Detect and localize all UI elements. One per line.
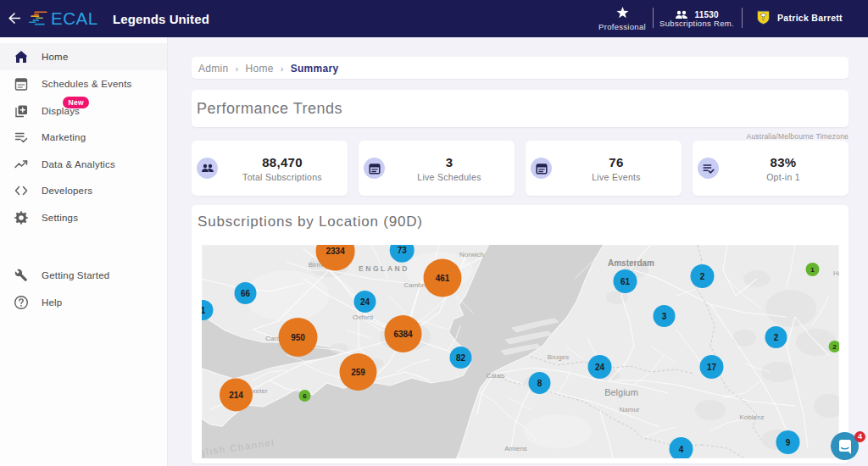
svg-text:3: 3 (661, 312, 666, 321)
svg-text:950: 950 (291, 333, 305, 342)
svg-text:73: 73 (397, 246, 407, 255)
svg-text:Namur: Namur (619, 406, 639, 413)
svg-text:1: 1 (810, 266, 815, 274)
svg-text:4: 4 (678, 445, 683, 454)
svg-text:Bruges: Bruges (547, 353, 568, 361)
svg-text:2: 2 (699, 272, 704, 281)
svg-text:66: 66 (240, 289, 250, 298)
svg-text:24: 24 (594, 363, 604, 372)
svg-text:Hannover: Hannover (833, 269, 839, 277)
svg-text:2: 2 (832, 343, 837, 351)
svg-text:6384: 6384 (393, 330, 413, 339)
svg-text:Belgium: Belgium (604, 387, 638, 397)
svg-text:461: 461 (435, 274, 449, 283)
svg-text:Norwich: Norwich (459, 251, 484, 258)
svg-text:1: 1 (202, 306, 206, 315)
svg-text:2334: 2334 (326, 247, 345, 256)
svg-text:61: 61 (620, 277, 630, 286)
svg-text:9: 9 (785, 438, 790, 447)
svg-text:Amsterdam: Amsterdam (607, 258, 654, 268)
svg-text:24: 24 (359, 297, 370, 307)
svg-text:Calais: Calais (486, 372, 504, 380)
svg-text:Koblenz: Koblenz (739, 413, 764, 421)
svg-text:ENGLAND: ENGLAND (358, 264, 409, 273)
svg-text:214: 214 (229, 391, 243, 400)
svg-text:8: 8 (537, 379, 542, 388)
svg-text:Oxford: Oxford (352, 313, 372, 321)
svg-text:82: 82 (455, 353, 465, 363)
svg-text:Amiens: Amiens (504, 445, 527, 452)
svg-text:17: 17 (706, 363, 716, 372)
svg-text:259: 259 (351, 368, 365, 377)
svg-text:6: 6 (303, 392, 307, 400)
svg-text:2: 2 (773, 333, 778, 342)
